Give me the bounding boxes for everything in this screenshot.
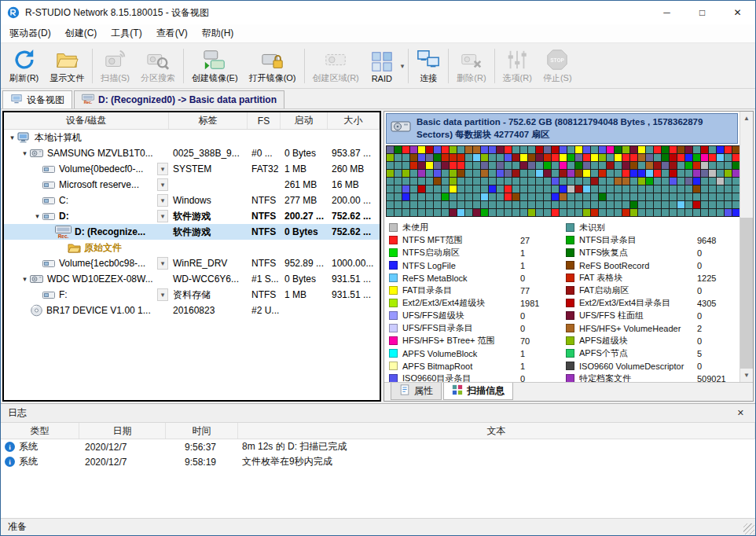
legend-swatch xyxy=(566,324,574,332)
scroll-down-arrow[interactable]: ▼ xyxy=(740,369,753,382)
tree-column-header[interactable]: 设备/磁盘 xyxy=(4,112,169,129)
tree-row[interactable]: BR17 DEVICE V1.00 1...20160823#2 U... xyxy=(4,303,380,318)
view-tab-0[interactable]: 设备视图 xyxy=(2,90,72,108)
toolbar-button-scan[interactable]: 扫描(S) xyxy=(95,46,135,86)
tree-row[interactable]: ▾D:▾软件游戏NTFS200.27 ...752.62 ... xyxy=(4,208,380,224)
scan-block xyxy=(607,201,614,208)
volume-dropdown-icon[interactable]: ▾ xyxy=(157,194,168,207)
scan-block xyxy=(685,170,692,177)
scan-block xyxy=(387,201,394,208)
scan-block xyxy=(701,170,708,177)
info-tab-0[interactable]: 属性 xyxy=(391,383,442,400)
info-scrollbar[interactable]: ▲ ▼ xyxy=(739,112,753,382)
scan-block xyxy=(732,162,739,169)
tree-row[interactable]: Rec.D: (Recognize...软件游戏NTFS0 Bytes752.6… xyxy=(4,224,380,240)
tree-row[interactable]: ▾SAMSUNG MZVLB1T0...0025_388B_9...#0 ...… xyxy=(4,145,380,161)
log-row[interactable]: i系统2020/12/79:56:378m 12s 的 D: 扫描已完成 xyxy=(1,439,755,454)
expander-icon[interactable]: ▾ xyxy=(20,275,30,283)
tree-row[interactable]: ▾WDC WD10EZEX-08W...WD-WCC6Y6...#1 S...0… xyxy=(4,271,380,287)
volume-dropdown-icon[interactable]: ▾ xyxy=(157,288,168,301)
menu-item-0[interactable]: 驱动器(D) xyxy=(2,24,58,43)
expander-icon[interactable]: ▾ xyxy=(7,134,17,141)
scan-block xyxy=(465,209,472,216)
info-tab-1[interactable]: 扫描信息 xyxy=(443,383,513,400)
tree-row[interactable]: F:▾资料存储NTFS1 MB931.51 ... xyxy=(4,287,380,303)
window-title: R-STUDIO Network 8.15.180015 - 设备视图 xyxy=(25,6,209,20)
toolbar-button-refresh[interactable]: 刷新(R) xyxy=(4,46,44,86)
scroll-thumb[interactable] xyxy=(740,218,753,369)
expander-icon[interactable]: ▾ xyxy=(20,149,30,157)
device-size xyxy=(328,303,380,318)
toolbar-button-connect[interactable]: 连接 xyxy=(411,46,446,86)
scan-block xyxy=(442,201,449,208)
log-column-header[interactable]: 类型 xyxy=(1,423,79,439)
volume-dropdown-icon[interactable]: ▾ xyxy=(157,257,168,270)
menu-item-2[interactable]: 工具(T) xyxy=(104,24,149,43)
volume-icon xyxy=(42,288,56,301)
tree-column-header[interactable]: 大小 xyxy=(328,112,380,129)
scan-block xyxy=(732,170,739,177)
expander-icon[interactable]: ▾ xyxy=(32,212,42,220)
volume-dropdown-icon[interactable]: ▾ xyxy=(157,178,168,191)
tree-row[interactable]: 原始文件 xyxy=(4,240,380,255)
partition-search-icon xyxy=(146,47,170,72)
scan-block xyxy=(402,154,409,161)
toolbar-button-create-image[interactable]: 创建镜像(E) xyxy=(186,46,244,86)
scan-block xyxy=(465,193,472,200)
log-column-header[interactable]: 文本 xyxy=(238,423,755,439)
scan-block xyxy=(465,201,472,208)
resize-grip[interactable] xyxy=(743,523,754,534)
toolbar-button-partition-search[interactable]: 分区搜索 xyxy=(135,46,181,86)
tree-row[interactable]: ▾本地计算机 xyxy=(4,130,380,145)
toolbar-button-stop[interactable]: STOP停止(S) xyxy=(538,46,578,86)
view-tab-1[interactable]: Rec.D: (Recognized0) -> Basic data parti… xyxy=(74,90,284,108)
volume-dropdown-icon[interactable]: ▾ xyxy=(157,163,168,175)
scan-block xyxy=(489,209,496,216)
scan-block xyxy=(630,185,637,193)
maximize-button[interactable]: □ xyxy=(684,1,720,24)
tree-row[interactable]: Microsoft reserve...▾261 MB16 MB xyxy=(4,177,380,193)
scan-block xyxy=(489,170,496,177)
minimize-button[interactable]: ─ xyxy=(649,1,684,24)
tree-row[interactable]: Volume{1ecb0c98-...▾WinRE_DRVNTFS952.89 … xyxy=(4,255,380,271)
scan-block xyxy=(630,162,637,169)
log-column-header[interactable]: 日期 xyxy=(79,423,166,439)
scan-block xyxy=(630,209,637,216)
tree-row[interactable]: C:▾WindowsNTFS277 MB200.00 ... xyxy=(4,193,380,208)
log-column-header[interactable]: 时间 xyxy=(166,423,238,439)
scan-block xyxy=(646,154,653,161)
close-button[interactable]: ✕ xyxy=(720,1,755,24)
toolbar-button-raid[interactable]: RAID xyxy=(365,46,399,86)
tree-column-header[interactable]: 标签 xyxy=(169,112,248,129)
toolbar-button-create-region[interactable]: 创建区域(R) xyxy=(307,46,365,86)
scan-block xyxy=(473,209,480,216)
legend-swatch xyxy=(566,336,574,345)
menu-item-4[interactable]: 帮助(H) xyxy=(195,24,241,43)
scan-block xyxy=(395,178,402,185)
volume-dropdown-icon[interactable]: ▾ xyxy=(157,210,168,222)
toolbar-button-options[interactable]: 选项(R) xyxy=(497,46,538,86)
scan-block xyxy=(489,193,496,200)
legend-value: 509021 xyxy=(697,374,735,382)
scan-block xyxy=(395,146,402,153)
log-close-icon[interactable]: ✕ xyxy=(733,407,748,419)
scroll-up-arrow[interactable]: ▲ xyxy=(740,112,753,125)
scan-block xyxy=(528,193,535,200)
toolbar-button-open-image[interactable]: 打开镜像(O) xyxy=(244,46,302,86)
toolbar-button-show-files[interactable]: 显示文件 xyxy=(44,46,90,86)
tree-column-header[interactable]: FS xyxy=(248,112,281,129)
scan-block xyxy=(410,201,417,208)
toolbar-dropdown-icon[interactable]: ▾ xyxy=(399,62,406,70)
legend-label: NTFS LogFile xyxy=(402,261,516,270)
scroll-track[interactable] xyxy=(740,125,753,369)
menu-item-3[interactable]: 查看(V) xyxy=(149,24,195,43)
log-row[interactable]: i系统2020/12/79:58:19文件枚举在9秒内完成 xyxy=(1,454,755,469)
scan-block xyxy=(630,178,637,185)
toolbar-button-delete[interactable]: 删除(R) xyxy=(451,46,491,86)
tree-row[interactable]: Volume{0bedecf0-...▾SYSTEMFAT321 MB260 M… xyxy=(4,161,380,177)
disk-icon xyxy=(30,147,44,160)
scan-block xyxy=(725,170,732,177)
menu-item-1[interactable]: 创建(C) xyxy=(58,24,105,43)
tree-column-header[interactable]: 启动 xyxy=(281,112,328,129)
scan-block xyxy=(725,209,732,216)
